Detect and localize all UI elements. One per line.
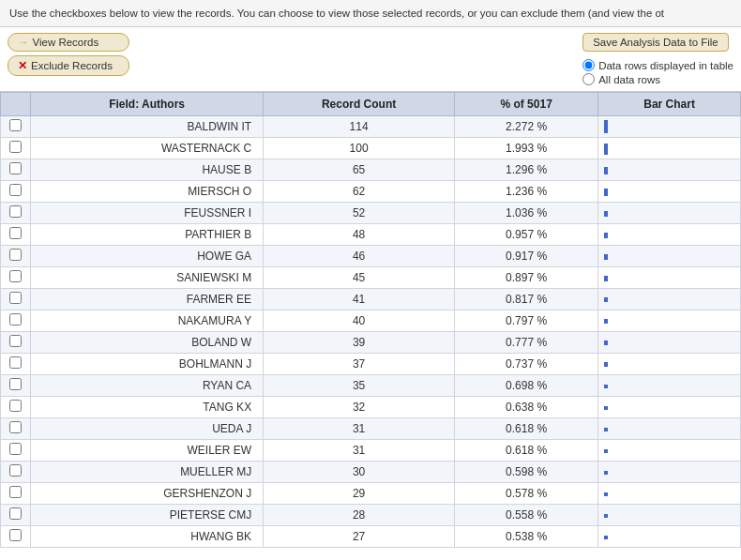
- bar-chart-cell: [598, 505, 741, 526]
- radio-data-rows-displayed[interactable]: Data rows displayed in table: [582, 59, 733, 71]
- table-row: BALDWIN IT1142.272 %: [1, 116, 741, 138]
- row-checkbox[interactable]: [9, 529, 22, 541]
- percentage: 0.897 %: [455, 267, 598, 289]
- author-name: NAKAMURA Y: [31, 310, 264, 332]
- author-name: WEILER EW: [31, 440, 264, 462]
- author-name: MIERSCH O: [31, 181, 264, 203]
- radio-all-input[interactable]: [582, 73, 595, 85]
- percentage: 1.236 %: [455, 181, 598, 203]
- bar-chart-cell: [598, 397, 741, 418]
- row-checkbox[interactable]: [9, 119, 22, 131]
- exclude-records-button[interactable]: ✕ Exclude Records: [8, 55, 129, 76]
- author-name: TANG KX: [31, 397, 264, 418]
- table-row: PIETERSE CMJ280.558 %: [1, 505, 741, 526]
- percentage: 0.618 %: [455, 418, 598, 440]
- toolbar: → View Records ✕ Exclude Records Save An…: [0, 27, 741, 92]
- table-row: MIERSCH O621.236 %: [1, 181, 741, 203]
- table-row: WASTERNACK C1001.993 %: [1, 138, 741, 159]
- save-analysis-button[interactable]: Save Analysis Data to File: [582, 33, 729, 52]
- row-checkbox[interactable]: [9, 421, 22, 433]
- bar-indicator: [604, 144, 608, 155]
- bar-indicator: [604, 341, 608, 345]
- table-row: HAUSE B651.296 %: [1, 159, 741, 181]
- row-checkbox[interactable]: [9, 335, 22, 347]
- bar-chart-cell: [598, 246, 741, 267]
- row-checkbox[interactable]: [9, 292, 22, 304]
- row-checkbox-cell: [1, 397, 31, 418]
- radio-group: Data rows displayed in table All data ro…: [582, 59, 733, 85]
- checkbox-header: [1, 93, 31, 116]
- bar-chart-cell: [598, 354, 741, 375]
- row-checkbox-cell: [1, 246, 31, 267]
- bar-indicator: [604, 536, 608, 539]
- bar-indicator: [604, 189, 608, 196]
- row-checkbox[interactable]: [9, 486, 22, 498]
- bar-indicator: [604, 167, 608, 174]
- save-section: Save Analysis Data to File Data rows dis…: [582, 33, 733, 85]
- row-checkbox[interactable]: [9, 443, 22, 455]
- table-row: MUELLER MJ300.598 %: [1, 462, 741, 483]
- record-count-header: Record Count: [264, 93, 455, 116]
- row-checkbox[interactable]: [9, 227, 22, 239]
- bar-chart-cell: [598, 203, 741, 224]
- row-checkbox[interactable]: [9, 141, 22, 153]
- author-name: PIETERSE CMJ: [31, 505, 264, 526]
- radio-displayed-input[interactable]: [582, 59, 595, 71]
- bar-chart-cell: [598, 375, 741, 397]
- bar-indicator: [604, 406, 608, 410]
- percentage: 0.538 %: [455, 526, 598, 548]
- bar-indicator: [604, 233, 608, 238]
- record-count: 37: [264, 354, 455, 375]
- row-checkbox-cell: [1, 203, 31, 224]
- row-checkbox[interactable]: [9, 313, 22, 325]
- row-checkbox[interactable]: [9, 249, 22, 261]
- row-checkbox[interactable]: [9, 464, 22, 477]
- table-row: RYAN CA350.698 %: [1, 375, 741, 397]
- table-row: SANIEWSKI M450.897 %: [1, 267, 741, 289]
- view-records-button[interactable]: → View Records: [8, 33, 129, 52]
- row-checkbox-cell: [1, 462, 31, 483]
- table-row: NAKAMURA Y400.797 %: [1, 310, 741, 332]
- row-checkbox[interactable]: [9, 205, 22, 218]
- percentage: 0.957 %: [455, 224, 598, 246]
- bar-indicator: [604, 254, 608, 260]
- bar-chart-cell: [598, 332, 741, 354]
- table-row: UEDA J310.618 %: [1, 418, 741, 440]
- record-count: 30: [264, 462, 455, 483]
- percentage: 0.817 %: [455, 289, 598, 310]
- view-exclude-section: → View Records ✕ Exclude Records: [8, 33, 129, 76]
- bar-chart-cell: [598, 159, 741, 181]
- record-count: 48: [264, 224, 455, 246]
- row-checkbox-cell: [1, 418, 31, 440]
- record-count: 62: [264, 181, 455, 203]
- author-name: FARMER EE: [31, 289, 264, 310]
- table-row: HWANG BK270.538 %: [1, 526, 741, 548]
- row-checkbox[interactable]: [9, 356, 22, 369]
- row-checkbox[interactable]: [9, 400, 22, 412]
- record-count: 39: [264, 332, 455, 354]
- author-name: MUELLER MJ: [31, 462, 264, 483]
- author-name: GERSHENZON J: [31, 483, 264, 505]
- bar-chart-header: Bar Chart: [598, 93, 741, 116]
- row-checkbox[interactable]: [9, 184, 22, 196]
- author-name: BOHLMANN J: [31, 354, 264, 375]
- table-row: BOHLMANN J370.737 %: [1, 354, 741, 375]
- row-checkbox[interactable]: [9, 270, 22, 282]
- record-count: 29: [264, 483, 455, 505]
- author-name: HAUSE B: [31, 159, 264, 181]
- author-name: BALDWIN IT: [31, 116, 264, 138]
- percentage: 0.618 %: [455, 440, 598, 462]
- record-count: 52: [264, 203, 455, 224]
- row-checkbox[interactable]: [9, 378, 22, 390]
- table-row: FEUSSNER I521.036 %: [1, 203, 741, 224]
- record-count: 35: [264, 375, 455, 397]
- bar-chart-cell: [598, 181, 741, 203]
- row-checkbox[interactable]: [9, 162, 22, 174]
- bar-indicator: [604, 428, 608, 431]
- percentage: 0.777 %: [455, 332, 598, 354]
- radio-all-data-rows[interactable]: All data rows: [582, 73, 733, 85]
- row-checkbox[interactable]: [9, 507, 22, 520]
- row-checkbox-cell: [1, 138, 31, 159]
- percentage: 0.578 %: [455, 483, 598, 505]
- row-checkbox-cell: [1, 267, 31, 289]
